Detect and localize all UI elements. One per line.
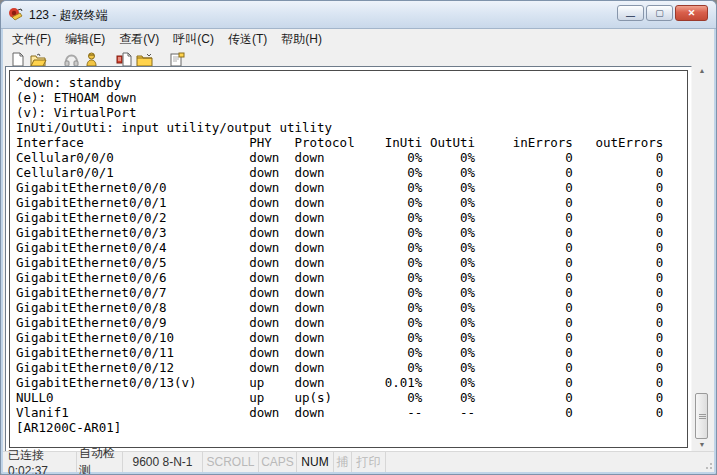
send-file-icon <box>116 52 132 67</box>
terminal-line: GigabitEthernet0/0/11 down down 0% 0% 0 … <box>16 345 687 360</box>
status-connected: 已连接 0:02:37 <box>3 452 77 472</box>
terminal-line: GigabitEthernet0/0/0 down down 0% 0% 0 0 <box>16 180 687 195</box>
terminal-line: Vlanif1 down down -- -- 0 0 <box>16 405 687 420</box>
titlebar[interactable]: 123 - 超级终端 — ▢ ✕ <box>1 1 716 29</box>
terminal-line: GigabitEthernet0/0/3 down down 0% 0% 0 0 <box>16 225 687 240</box>
terminal-line: GigabitEthernet0/0/12 down down 0% 0% 0 … <box>16 360 687 375</box>
terminal-line: GigabitEthernet0/0/10 down down 0% 0% 0 … <box>16 330 687 345</box>
scroll-up-arrow-icon[interactable]: ▲ <box>694 63 710 78</box>
terminal-line: GigabitEthernet0/0/2 down down 0% 0% 0 0 <box>16 210 687 225</box>
menu-call[interactable]: 呼叫(C) <box>166 28 221 51</box>
terminal-line: GigabitEthernet0/0/7 down down 0% 0% 0 0 <box>16 285 687 300</box>
properties-icon <box>169 52 185 67</box>
window-title: 123 - 超级终端 <box>29 1 108 29</box>
scrollbar-thumb[interactable] <box>695 393 708 439</box>
status-scroll: SCROLL <box>203 452 259 472</box>
terminal-line: GigabitEthernet0/0/6 down down 0% 0% 0 0 <box>16 270 687 285</box>
receive-file-icon <box>136 53 153 67</box>
menu-edit[interactable]: 编辑(E) <box>58 28 112 51</box>
terminal-inner-frame: ^down: standby (e): ETHOAM down (v): Vir… <box>9 70 688 448</box>
call-phone-icon <box>64 53 79 67</box>
terminal-screen[interactable]: ^down: standby (e): ETHOAM down (v): Vir… <box>10 71 687 435</box>
new-document-icon <box>11 52 25 67</box>
minimize-button[interactable]: — <box>617 5 644 21</box>
terminal-line: (e): ETHOAM down <box>16 90 687 105</box>
resize-grip[interactable] <box>702 459 712 469</box>
terminal-line: Cellular0/0/0 down down 0% 0% 0 0 <box>16 150 687 165</box>
status-autodetect: 自动检测 <box>77 452 123 472</box>
status-capture: 捕 <box>334 452 352 472</box>
terminal-line: GigabitEthernet0/0/1 down down 0% 0% 0 0 <box>16 195 687 210</box>
hyperterminal-window: 123 - 超级终端 — ▢ ✕ 文件(F) 编辑(E) 查看(V) 呼叫(C)… <box>0 0 717 475</box>
scrollbar-grip <box>699 414 706 415</box>
terminal-line: NULL0 up up(s) 0% 0% 0 0 <box>16 390 687 405</box>
menubar: 文件(F) 编辑(E) 查看(V) 呼叫(C) 传送(T) 帮助(H) <box>3 29 714 49</box>
close-button[interactable]: ✕ <box>675 5 708 21</box>
statusbar: 已连接 0:02:37 自动检测 9600 8-N-1 SCROLL CAPS … <box>3 451 714 472</box>
terminal-line: GigabitEthernet0/0/9 down down 0% 0% 0 0 <box>16 315 687 330</box>
close-icon: ✕ <box>688 9 696 18</box>
terminal-frame: ^down: standby (e): ETHOAM down (v): Vir… <box>5 66 692 453</box>
status-caps: CAPS <box>259 452 297 472</box>
status-baud: 9600 8-N-1 <box>123 452 203 472</box>
terminal-line: GigabitEthernet0/0/4 down down 0% 0% 0 0 <box>16 240 687 255</box>
menu-view[interactable]: 查看(V) <box>112 28 166 51</box>
menu-help[interactable]: 帮助(H) <box>274 28 329 51</box>
terminal-line: GigabitEthernet0/0/8 down down 0% 0% 0 0 <box>16 300 687 315</box>
maximize-button[interactable]: ▢ <box>646 5 673 21</box>
terminal-line: InUti/OutUti: input utility/output utili… <box>16 120 687 135</box>
scroll-down-arrow-icon[interactable]: ▼ <box>694 437 710 452</box>
menu-transfer[interactable]: 传送(T) <box>221 28 274 51</box>
hyperterminal-app-icon <box>8 7 24 23</box>
terminal-line: Cellular0/0/1 down down 0% 0% 0 0 <box>16 165 687 180</box>
terminal-line: (v): VirtualPort <box>16 105 687 120</box>
menu-file[interactable]: 文件(F) <box>5 28 58 51</box>
client-area: 文件(F) 编辑(E) 查看(V) 呼叫(C) 传送(T) 帮助(H) <box>3 29 714 472</box>
terminal-table-header: Interface PHY Protocol InUti OutUti inEr… <box>16 135 687 150</box>
terminal-line: GigabitEthernet0/0/5 down down 0% 0% 0 0 <box>16 255 687 270</box>
status-print: 打印 <box>352 452 386 472</box>
vertical-scrollbar[interactable]: ▲ ▼ <box>694 63 710 453</box>
maximize-icon: ▢ <box>655 9 664 18</box>
terminal-line: ^down: standby <box>16 75 687 90</box>
status-num: NUM <box>297 452 334 472</box>
open-folder-icon <box>30 53 47 67</box>
minimize-icon: — <box>626 12 635 21</box>
terminal-line: GigabitEthernet0/0/13(v) up down 0.01% 0… <box>16 375 687 390</box>
window-controls: — ▢ ✕ <box>617 5 708 21</box>
terminal-prompt: [AR1200C-AR01] <box>16 420 687 435</box>
disconnect-phone-icon <box>84 52 99 67</box>
